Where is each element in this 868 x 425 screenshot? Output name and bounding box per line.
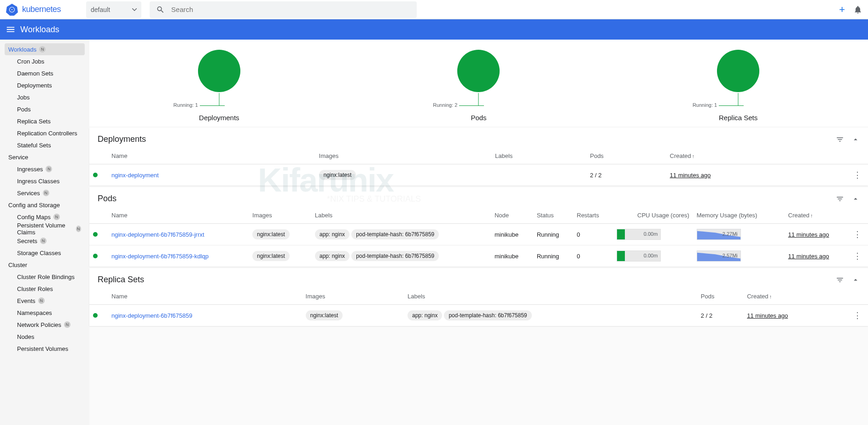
replicasets-card: Replica Sets Name Images Labels Pods Cre… xyxy=(89,268,868,326)
sidebar-item[interactable]: Pods xyxy=(5,103,85,115)
mem-sparkline: 2.27Mi xyxy=(697,229,741,240)
deployments-card: Deployments Name Images Labels Pods Crea… xyxy=(89,128,868,186)
label-chip: pod-template-hash: 6b7f675859 xyxy=(351,251,439,261)
logo[interactable]: kubernetes xyxy=(6,3,86,16)
created-time: 11 minutes ago xyxy=(747,312,788,319)
menu-icon[interactable] xyxy=(6,24,16,35)
filter-icon[interactable] xyxy=(836,276,844,284)
status-dot xyxy=(93,232,98,237)
image-chip: nginx:latest xyxy=(252,251,290,261)
kebab-menu[interactable]: ⋮ xyxy=(853,311,862,320)
chart-title: Replica Sets xyxy=(719,114,757,122)
cpu-sparkline: 0.00m xyxy=(617,250,661,262)
kebab-menu[interactable]: ⋮ xyxy=(853,230,862,239)
replicasets-table: Name Images Labels Pods Created↑ nginx-d… xyxy=(89,288,868,326)
card-title: Pods xyxy=(98,194,117,204)
chart-label: Running: 1 xyxy=(174,102,198,108)
add-button[interactable]: + xyxy=(839,4,845,16)
created-time: 11 minutes ago xyxy=(788,231,829,238)
svg-point-2 xyxy=(12,9,12,10)
status-dot xyxy=(93,254,98,258)
sidebar-item[interactable]: Persistent Volumes xyxy=(5,343,85,355)
replicaset-link[interactable]: nginx-deployment-6b7f675859 xyxy=(111,312,192,319)
sidebar-item[interactable]: Ingress Classes xyxy=(5,175,85,187)
chart-pods: Running: 2 Pods xyxy=(456,49,501,122)
namespace-value: default xyxy=(91,6,110,13)
filter-icon[interactable] xyxy=(836,135,844,144)
table-row: nginx-deployment nginx:latest 2 / 2 11 m… xyxy=(89,164,868,186)
table-row: nginx-deployment-6b7f675859 nginx:latest… xyxy=(89,305,868,326)
sidebar-item[interactable]: Jobs xyxy=(5,91,85,103)
sidebar-item[interactable]: Replication Controllers xyxy=(5,127,85,139)
kebab-menu[interactable]: ⋮ xyxy=(853,170,862,180)
blue-bar: Workloads xyxy=(0,19,868,40)
search-box[interactable] xyxy=(150,1,417,18)
nav-badge: N xyxy=(39,46,46,52)
created-time: 11 minutes ago xyxy=(788,253,829,260)
sidebar-item[interactable]: Persistent Volume ClaimsN xyxy=(5,223,85,235)
deployments-table: Name Images Labels Pods Created↑ nginx-d… xyxy=(89,148,868,186)
label-chip: app: nginx xyxy=(315,229,350,239)
sidebar-item[interactable]: Deployments xyxy=(5,79,85,91)
chart-label: Running: 2 xyxy=(433,102,457,108)
namespace-select[interactable]: default xyxy=(86,1,141,18)
deployment-link[interactable]: nginx-deployment xyxy=(111,172,159,179)
cpu-sparkline: 0.00m xyxy=(617,229,661,240)
chart-deployments: Running: 1 Deployments xyxy=(197,49,241,122)
label-chip: pod-template-hash: 6b7f675859 xyxy=(351,229,439,239)
table-row: nginx-deployment-6b7f675859-kdlqp nginx:… xyxy=(89,245,868,267)
sidebar-item-workloads[interactable]: Workloads N xyxy=(5,43,85,55)
label-chip: app: nginx xyxy=(408,310,442,320)
label-chip: app: nginx xyxy=(315,251,350,261)
collapse-icon[interactable] xyxy=(851,195,860,203)
kebab-menu[interactable]: ⋮ xyxy=(853,251,862,261)
label-chip: pod-template-hash: 6b7f675859 xyxy=(444,310,531,320)
content: Running: 1 Deployments Running: 2 Pods R… xyxy=(89,40,868,425)
sidebar-item[interactable]: Cluster Role Bindings xyxy=(5,271,85,283)
collapse-icon[interactable] xyxy=(851,276,860,284)
created-time: 11 minutes ago xyxy=(670,172,711,179)
sidebar-item[interactable]: IngressesN xyxy=(5,163,85,175)
search-icon xyxy=(156,5,165,14)
sidebar-item[interactable]: Network PoliciesN xyxy=(5,319,85,331)
kubernetes-icon xyxy=(6,3,18,16)
pods-table: Name Images Labels Node Status Restarts … xyxy=(89,207,868,267)
image-chip: nginx:latest xyxy=(319,170,356,180)
mem-sparkline: 2.57Mi xyxy=(697,250,741,262)
svg-point-3 xyxy=(198,50,240,92)
page-title: Workloads xyxy=(20,25,59,35)
status-dot xyxy=(93,313,98,318)
sidebar-item[interactable]: Stateful Sets xyxy=(5,139,85,151)
sidebar-item[interactable]: Cron Jobs xyxy=(5,55,85,67)
pods-card: Pods Name Images Labels Node Status Rest… xyxy=(89,187,868,267)
svg-point-7 xyxy=(717,50,759,92)
sidebar-item[interactable]: Cluster Roles xyxy=(5,283,85,295)
sidebar-item[interactable]: Storage Classes xyxy=(5,247,85,259)
bell-icon[interactable] xyxy=(853,5,862,14)
sidebar-item[interactable]: Namespaces xyxy=(5,307,85,319)
status-dot xyxy=(93,173,98,177)
filter-icon[interactable] xyxy=(836,195,844,203)
collapse-icon[interactable] xyxy=(851,135,860,144)
sidebar-item[interactable]: EventsN xyxy=(5,295,85,307)
search-input[interactable] xyxy=(171,6,410,13)
chart-title: Pods xyxy=(471,114,486,122)
sidebar-section-cluster: Cluster xyxy=(5,259,85,271)
sidebar-item[interactable]: Config MapsN xyxy=(5,211,85,223)
top-header: kubernetes default + xyxy=(0,0,868,19)
pod-link[interactable]: nginx-deployment-6b7f675859-kdlqp xyxy=(111,253,209,260)
chevron-down-icon xyxy=(132,8,137,11)
table-row: nginx-deployment-6b7f675859-jrrxt nginx:… xyxy=(89,224,868,245)
pod-link[interactable]: nginx-deployment-6b7f675859-jrrxt xyxy=(111,231,204,238)
svg-point-5 xyxy=(457,50,500,92)
logo-text: kubernetes xyxy=(22,5,61,14)
sidebar-item[interactable]: ServicesN xyxy=(5,187,85,199)
chart-label: Running: 1 xyxy=(693,102,717,108)
image-chip: nginx:latest xyxy=(306,310,343,320)
sidebar-item[interactable]: Daemon Sets xyxy=(5,67,85,79)
sidebar-item[interactable]: Nodes xyxy=(5,331,85,343)
sidebar-item[interactable]: Replica Sets xyxy=(5,115,85,127)
sidebar-section-config: Config and Storage xyxy=(5,199,85,211)
sidebar-item[interactable]: SecretsN xyxy=(5,235,85,247)
sidebar-section-service: Service xyxy=(5,151,85,163)
